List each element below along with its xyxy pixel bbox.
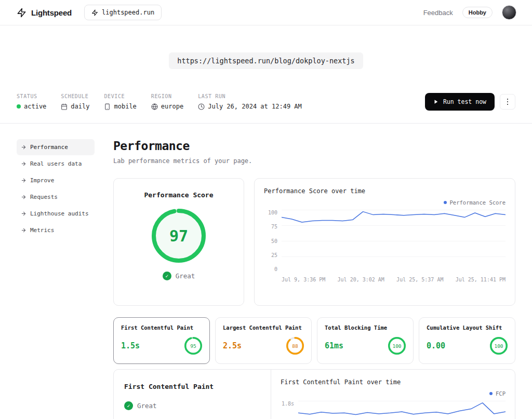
arrow-right-icon [21, 227, 26, 233]
project-name: lightspeed.run [102, 9, 154, 16]
check-circle-icon: ✓ [124, 401, 133, 410]
schedule-label: SCHEDULE [61, 93, 89, 99]
sidebar-item-label: Real users data [30, 160, 82, 167]
metric-value: 2.5s [223, 341, 242, 350]
metric-card-lcp[interactable]: Largest Contentful Paint 2.5s 88 [215, 317, 312, 364]
score-value: 97 [152, 209, 206, 263]
page-url-selector[interactable]: https://lightspeed.run/blog/dokploy-next… [169, 52, 363, 69]
metric-score-gauge: 100 [388, 337, 406, 355]
metric-card-fcp[interactable]: First Contentful Paint 1.5s 95 [113, 317, 210, 364]
clock-icon [198, 103, 205, 110]
arrow-right-icon [21, 144, 26, 150]
metric-title: First Contentful Paint [121, 325, 202, 331]
legend-dot-icon [489, 392, 493, 395]
sidebar-item-real-users-data[interactable]: Real users data [17, 156, 95, 172]
globe-icon [151, 103, 158, 110]
sidebar-item-requests[interactable]: Requests [17, 189, 95, 205]
sidebar-item-metrics[interactable]: Metrics [17, 222, 95, 238]
performance-score-card: Performance Score 97 ✓ Great [113, 178, 244, 306]
legend-label: FCP [496, 390, 506, 397]
status-item-schedule: SCHEDULE daily [61, 93, 89, 110]
x-axis-labels: Jul 9, 3:36 PMJul 20, 3:02 AMJul 25, 5:3… [264, 277, 506, 282]
metric-card-tbt[interactable]: Total Blocking Time 61ms 100 [317, 317, 414, 364]
performance-score-line-chart [282, 210, 506, 272]
sidebar-item-label: Metrics [30, 227, 54, 234]
device-label: DEVICE [104, 93, 136, 99]
region-value: europe [161, 103, 183, 110]
detail-title: First Contentful Paint [124, 383, 259, 390]
score-card-title: Performance Score [144, 191, 213, 199]
legend-dot-icon [444, 201, 447, 204]
metric-value: 0.00 [427, 341, 445, 350]
arrow-right-icon [21, 178, 26, 183]
check-circle-icon: ✓ [163, 272, 171, 280]
status-bar: STATUS active SCHEDULE daily DEVICE mobi… [0, 93, 532, 111]
last-run-value: July 26, 2024 at 12:49 AM [208, 103, 302, 110]
score-status: Great [176, 272, 195, 280]
lightspeed-logo-icon [17, 8, 26, 18]
sidebar-item-label: Requests [30, 194, 58, 200]
page-title: Performance [113, 139, 515, 153]
more-options-button[interactable] [500, 94, 515, 110]
calendar-icon [61, 103, 68, 110]
detail-status: Great [137, 402, 157, 410]
device-value: mobile [114, 103, 136, 110]
run-test-label: Run test now [443, 98, 486, 105]
legend-label: Performance Score [450, 199, 506, 206]
metric-title: Total Blocking Time [325, 325, 406, 331]
status-item-region: REGION europe [151, 93, 183, 110]
plan-badge[interactable]: Hobby [462, 7, 493, 18]
kebab-icon [507, 99, 509, 100]
arrow-right-icon [21, 161, 26, 167]
metric-title: Cumulative Layout Shift [427, 325, 508, 331]
status-value: active [24, 103, 46, 110]
project-switcher-button[interactable]: lightspeed.run [84, 5, 162, 20]
metric-card-cls[interactable]: Cumulative Layout Shift 0.00 100 [419, 317, 515, 364]
fcp-detail-card: First Contentful Paint ✓ Great The First… [113, 369, 515, 419]
metric-score-gauge: 100 [490, 337, 508, 355]
status-item-device: DEVICE mobile [104, 93, 136, 110]
y-axis-labels: 1007550250 [264, 210, 277, 272]
metric-score-gauge: 95 [184, 337, 202, 355]
performance-score-gauge: 97 [152, 209, 206, 263]
avatar[interactable] [502, 5, 516, 20]
score-over-time-card: Performance Score over time Performance … [254, 178, 515, 306]
top-bar: Lightspeed lightspeed.run Feedback Hobby [0, 0, 532, 25]
chart-legend: FCP [281, 390, 506, 397]
arrow-right-icon [21, 194, 26, 200]
metric-score-gauge: 88 [286, 337, 304, 355]
chart-title: First Contentful Paint over time [281, 379, 506, 386]
run-test-button[interactable]: Run test now [425, 93, 495, 111]
sidebar-item-lighthouse-audits[interactable]: Lighthouse audits [17, 206, 95, 222]
sidebar-item-performance[interactable]: Performance [17, 139, 95, 155]
smartphone-icon [104, 103, 111, 110]
region-label: REGION [151, 93, 183, 99]
status-item-status: STATUS active [17, 93, 46, 110]
feedback-link[interactable]: Feedback [423, 9, 453, 17]
schedule-value: daily [71, 103, 89, 110]
chart-title: Performance Score over time [264, 187, 506, 195]
arrow-right-icon [21, 211, 26, 217]
fcp-line-chart [298, 401, 506, 419]
page-subtitle: Lab performance metrics of your page. [113, 157, 515, 165]
active-status-dot-icon [17, 104, 21, 109]
status-item-last-run: LAST RUN July 26, 2024 at 12:49 AM [198, 93, 302, 110]
brand-name: Lightspeed [31, 8, 72, 17]
y-axis-labels: 1.8s [281, 401, 294, 419]
status-label: STATUS [17, 93, 46, 99]
sidebar: Performance Real users data Improve Requ… [17, 139, 95, 419]
chart-legend: Performance Score [264, 199, 506, 206]
last-run-label: LAST RUN [198, 93, 302, 99]
metric-value: 61ms [325, 341, 343, 350]
sidebar-item-label: Performance [30, 144, 68, 151]
sidebar-item-improve[interactable]: Improve [17, 172, 95, 188]
sidebar-item-label: Improve [30, 177, 54, 184]
metric-title: Largest Contentful Paint [223, 325, 304, 331]
bolt-icon [91, 9, 98, 16]
play-icon [433, 99, 438, 104]
metric-value: 1.5s [121, 341, 140, 350]
sidebar-item-label: Lighthouse audits [30, 210, 89, 217]
